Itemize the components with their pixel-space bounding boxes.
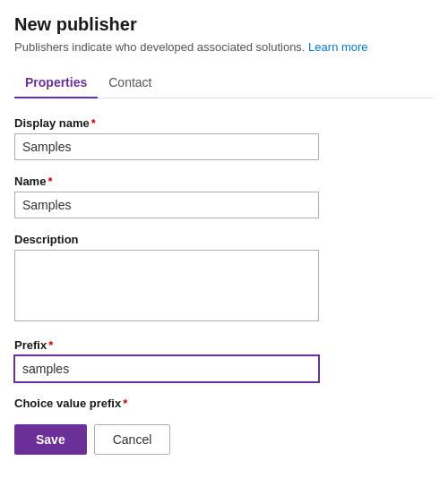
prefix-field-group: Prefix* [14,338,434,382]
prefix-input[interactable] [14,355,319,382]
tab-contact[interactable]: Contact [98,68,162,98]
tabs-container: Properties Contact [14,68,434,98]
description-field-group: Description [14,233,434,324]
choice-value-prefix-group: Choice value prefix* [14,397,434,410]
name-field-group: Name* [14,175,434,218]
description-label: Description [14,233,434,246]
prefix-label: Prefix* [14,338,434,352]
name-input[interactable] [14,192,319,218]
subtitle-text: Publishers indicate who developed associ… [14,40,305,54]
required-star-prefix: * [48,338,53,352]
required-star-name: * [47,175,52,188]
display-name-field-group: Display name* [14,116,434,160]
required-star-choice: * [123,397,127,410]
tab-properties[interactable]: Properties [14,68,98,98]
display-name-input[interactable] [14,133,319,160]
page-title: New publisher [14,14,434,35]
display-name-label: Display name* [14,116,434,130]
name-label: Name* [14,175,434,188]
cancel-button[interactable]: Cancel [94,424,171,455]
save-button[interactable]: Save [14,424,87,455]
description-textarea[interactable] [14,250,319,321]
choice-value-prefix-label: Choice value prefix* [14,397,434,410]
learn-more-link[interactable]: Learn more [308,40,367,54]
page-subtitle: Publishers indicate who developed associ… [14,40,434,54]
required-star: * [91,116,96,130]
buttons-row: Save Cancel [14,424,434,455]
